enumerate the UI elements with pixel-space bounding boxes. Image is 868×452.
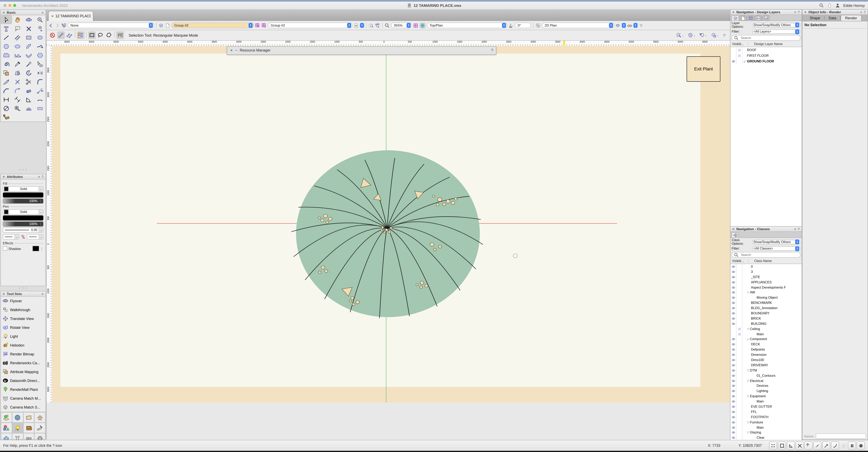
tool-set-item[interactable]: Renderworks Ca... (1, 359, 45, 367)
line-tool[interactable] (1, 33, 12, 42)
ellipse-tool[interactable] (12, 42, 23, 51)
tool-set-item[interactable]: Translate View (1, 314, 45, 323)
expander-icon[interactable]: ▽ (747, 395, 749, 398)
viewport-icon[interactable] (413, 23, 418, 28)
class-row[interactable]: BENCHMARK (731, 300, 802, 305)
select-similar-tool[interactable] (34, 60, 45, 68)
protractor-tool[interactable] (23, 104, 34, 113)
class-name[interactable]: ▽AW (747, 291, 802, 295)
stepper-icon[interactable]: ▲▼ (360, 23, 364, 28)
hidden-x-icon[interactable] (737, 326, 743, 331)
render-magnifier-icon[interactable]: ⌄ (675, 31, 685, 39)
expander-icon[interactable]: ▷ (747, 338, 749, 341)
class-row[interactable]: Lighting (731, 389, 802, 394)
marquee-rect-icon[interactable] (88, 31, 96, 39)
close-icon[interactable]: ✕ (2, 292, 5, 296)
snap-smart-edge-button[interactable] (822, 442, 830, 450)
tape-measure-tool[interactable] (12, 104, 23, 113)
class-name[interactable]: DECK (747, 343, 802, 346)
render-style-icon[interactable] (615, 23, 621, 28)
snap-object-button[interactable] (778, 442, 786, 450)
class-name[interactable]: EVE GUTTER (747, 405, 802, 409)
class-row[interactable]: APPLIANCES (731, 279, 802, 285)
expander-icon[interactable]: ▽ (747, 327, 749, 330)
visible-eye-icon[interactable] (731, 363, 737, 368)
visible-eye-icon[interactable] (731, 409, 737, 415)
stepper-icon[interactable]: ▲▼ (407, 23, 411, 28)
hidden-x-icon[interactable] (737, 331, 743, 337)
extrude-tool[interactable] (34, 24, 45, 33)
fit-objects-icon[interactable] (375, 23, 380, 28)
visible-eye-icon[interactable] (731, 368, 737, 373)
stepper-icon[interactable]: ▲▼ (249, 23, 253, 28)
class-name[interactable]: Dimension (747, 353, 802, 357)
class-row[interactable]: Devices (731, 383, 802, 389)
arc-tool[interactable] (23, 42, 34, 51)
snap-tangent-button[interactable] (831, 442, 839, 450)
framing-tool[interactable] (1, 113, 12, 122)
fill-color-bar[interactable] (3, 192, 43, 198)
fill-opacity-slider[interactable]: 100%⋮ (3, 199, 43, 204)
layer-row[interactable]: GROUND FLOOR (731, 58, 802, 64)
visible-eye-icon[interactable] (731, 58, 737, 64)
visible-eye-icon[interactable] (731, 342, 737, 347)
class-row[interactable]: BRICK (731, 316, 802, 321)
class-name[interactable]: BRICK (747, 317, 802, 321)
snap-angle-button[interactable] (787, 442, 795, 450)
visible-eye-icon[interactable] (731, 383, 737, 389)
class-name[interactable]: Main (747, 400, 802, 403)
tool-set-item[interactable]: Walkthrough (1, 305, 45, 314)
visible-eye-icon[interactable] (731, 279, 737, 285)
menu-icon[interactable]: ≡ (42, 11, 44, 14)
class-row[interactable]: 01_Contours (731, 373, 802, 378)
class-name[interactable]: ▽Glazing (747, 431, 802, 434)
class-row[interactable]: Main (731, 331, 802, 337)
visible-eye-icon[interactable] (731, 347, 737, 352)
hidden-x-icon[interactable] (737, 47, 743, 53)
class-name[interactable]: Dims100 (747, 358, 802, 362)
expander-icon[interactable]: ▽ (747, 369, 749, 372)
visible-eye-icon[interactable] (731, 425, 737, 430)
tab-saved-views[interactable] (754, 15, 762, 21)
spotlight-search-icon[interactable] (819, 3, 824, 8)
document-tab[interactable]: ✕ 12 TAMARIND PLACE.vwx (48, 11, 93, 21)
layer-filter-dropdown[interactable]: <All Layers> ▲▼ (752, 29, 800, 34)
saved-views-icon[interactable] (61, 23, 66, 28)
layer-name[interactable]: GROUND FLOOR (747, 59, 802, 63)
chamfer-tool[interactable] (1, 86, 12, 95)
class-name[interactable]: Aspect Developments F (747, 285, 802, 289)
class-row[interactable]: ▽Electrical (731, 378, 802, 383)
class-row[interactable]: ▽Glazing (731, 430, 802, 435)
class-row[interactable]: FOOTPATH (731, 415, 802, 420)
disable-snap-icon[interactable] (49, 31, 56, 39)
tool-set-item[interactable]: Render Bitmap (1, 350, 45, 359)
text-tool[interactable] (1, 24, 12, 33)
panel-scale-icon[interactable] (77, 31, 85, 39)
menu-icon[interactable]: ≡ ? (860, 10, 866, 14)
diamond-gray-button[interactable] (840, 442, 847, 449)
fillet-tool[interactable] (34, 77, 45, 86)
class-row[interactable]: Main (731, 399, 802, 404)
minimize-window-button[interactable] (8, 4, 11, 7)
visible-eye-icon[interactable] (731, 274, 737, 280)
snap-intersection-button[interactable] (796, 442, 804, 450)
tab-data[interactable]: Data (825, 15, 840, 21)
building-shell-category[interactable] (34, 412, 45, 423)
tool-set-item[interactable]: Rotate View (1, 323, 45, 332)
notification-icon[interactable] (827, 3, 832, 8)
shadow-color-swatch[interactable] (32, 246, 39, 251)
active-layer-dropdown[interactable]: Group #2▲▼ (172, 23, 254, 28)
unlink-styles-icon[interactable] (21, 234, 26, 240)
lasso-icon[interactable] (96, 31, 104, 39)
trim-tool[interactable] (12, 77, 23, 86)
stepper-icon[interactable]: ▲▼ (347, 23, 351, 28)
visible-eye-icon[interactable] (731, 420, 737, 425)
class-name[interactable]: ▽Furniture (747, 420, 802, 424)
class-name[interactable]: Defpoints (747, 348, 802, 351)
class-name[interactable]: Clear (747, 436, 802, 440)
furnishings-category[interactable] (23, 423, 34, 433)
class-name[interactable]: BUILDING (747, 322, 802, 325)
expander-icon[interactable]: ▽ (747, 421, 749, 424)
snap-distance-button[interactable] (813, 442, 822, 450)
class-row[interactable]: BUILDING (731, 321, 802, 326)
